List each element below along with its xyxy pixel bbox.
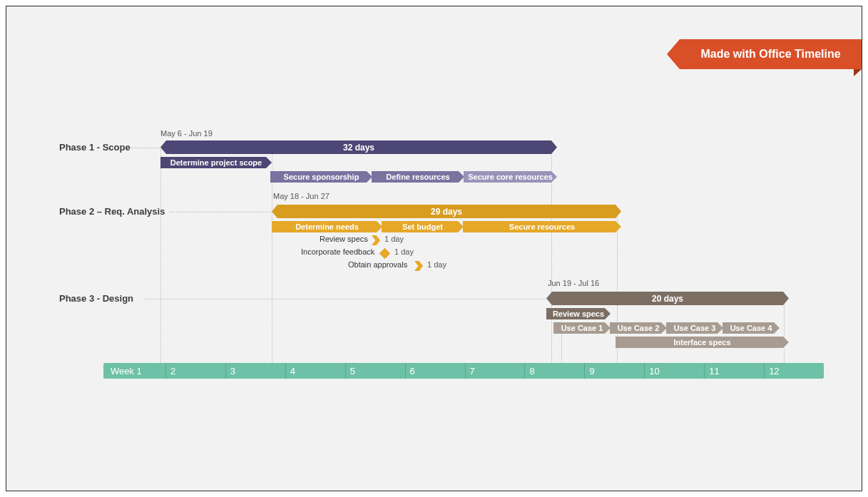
phase1-daterange: May 6 - Jun 19 — [160, 129, 213, 138]
phase3-task-interface: Interface specs — [616, 337, 789, 348]
timeline-canvas: Made with Office Timeline Phase 1 - Scop… — [6, 6, 862, 491]
scale-tick: 11 — [704, 363, 764, 379]
scale-tick: 12 — [764, 363, 824, 379]
phase2-duration: 29 days — [431, 207, 462, 217]
ribbon-banner: Made with Office Timeline — [680, 39, 862, 69]
guide-line — [160, 149, 161, 372]
phase2-label: Phase 2 – Req. Analysis — [59, 206, 165, 217]
phase3-daterange: Jun 19 - Jul 16 — [548, 279, 599, 287]
phase3-task-uc4: Use Case 4 — [723, 322, 780, 334]
phase2-approvals-dur: 1 day — [427, 260, 446, 269]
phase2-review-dur: 1 day — [384, 235, 404, 243]
phase1-task-core: Secure core resources — [464, 171, 557, 183]
phase2-task-budget: Set budget — [382, 221, 464, 232]
diamond-icon — [379, 248, 391, 260]
phase1-main-bar: 32 days — [160, 140, 557, 154]
chevron-icon — [372, 235, 380, 245]
phase2-feedback-label: Incorporate feedback — [301, 247, 374, 256]
scale-tick: 9 — [584, 363, 644, 379]
phase3-task-uc2: Use Case 2 — [610, 322, 667, 334]
phase1-task-define: Define resources — [372, 171, 464, 183]
scale-tick: 2 — [165, 363, 225, 379]
phase2-task-resources: Secure resources — [463, 221, 621, 232]
phase3-main-bar: 20 days — [546, 292, 789, 305]
phase3-task-uc1: Use Case 1 — [553, 322, 611, 334]
phase2-daterange: May 18 - Jun 27 — [273, 192, 330, 200]
scale-tick: 4 — [285, 363, 345, 379]
scale-tick: 7 — [465, 363, 525, 379]
phase2-approvals-label: Obtain approvals — [348, 260, 407, 269]
chevron-icon — [414, 261, 423, 271]
scale-tick: Week 1 — [103, 363, 165, 379]
phase1-label: Phase 1 - Scope — [59, 142, 131, 153]
ribbon-label: Made with Office Timeline — [700, 48, 840, 61]
phase2-main-bar: 29 days — [272, 205, 621, 218]
scale-tick: 6 — [405, 363, 465, 379]
phase1-task-scope: Determine project scope — [160, 157, 272, 168]
phase1-duration: 32 days — [343, 143, 374, 153]
phase3-task-review: Review specs — [546, 308, 611, 319]
leader-line — [145, 299, 546, 299]
week-scale: Week 1 2 3 4 5 6 7 8 9 10 11 12 — [103, 363, 824, 379]
phase2-task-needs: Determine needs — [272, 221, 382, 232]
phase3-label: Phase 3 - Design — [59, 293, 133, 304]
leader-line — [170, 212, 271, 212]
phase2-feedback-dur: 1 day — [394, 247, 414, 256]
gantt-chart: Phase 1 - Scope May 6 - Jun 19 32 days D… — [52, 121, 829, 406]
phase1-task-sponsor: Secure sponsorship — [270, 171, 372, 183]
scale-tick: 5 — [345, 363, 405, 379]
phase2-review-label: Review specs — [320, 235, 368, 243]
phase3-task-uc3: Use Case 3 — [666, 322, 723, 334]
scale-tick: 3 — [225, 363, 285, 379]
guide-line — [784, 295, 785, 372]
scale-tick: 10 — [644, 363, 704, 379]
ribbon-fold — [854, 69, 862, 76]
phase3-duration: 20 days — [652, 294, 683, 304]
scale-tick: 8 — [524, 363, 584, 379]
leader-line — [131, 148, 160, 148]
